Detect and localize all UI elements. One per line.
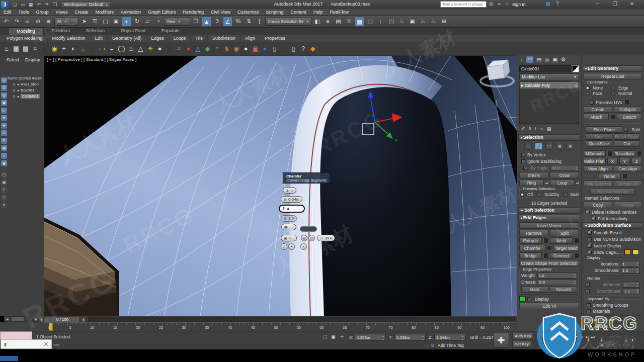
paste-button[interactable]: Paste (614, 202, 642, 208)
caddy-angle-field[interactable]: ⊟30.0 (317, 235, 335, 241)
notification-popup[interactable]: ▮ ◌ × (1, 339, 52, 349)
pin-stack-icon[interactable]: ✐ (521, 126, 525, 132)
hide-selected-button[interactable]: Hide Selected (584, 180, 612, 187)
select-and-link-icon[interactable]: ∞ (23, 17, 32, 27)
spinner-snap-icon[interactable]: ⇅ (244, 17, 254, 27)
remove-modifier-icon[interactable]: ⌗ (540, 126, 543, 132)
column-icon[interactable]: ▯ (271, 43, 278, 55)
menu-scripting[interactable]: Scripting (262, 9, 287, 15)
collapse-button[interactable]: Collapse (614, 106, 642, 113)
object-color-swatch[interactable] (572, 65, 579, 72)
tab-modeling[interactable]: Modeling (8, 28, 44, 35)
favorites-star-icon[interactable]: ☆ (505, 1, 509, 7)
next-frame-icon[interactable]: ▸ (81, 317, 87, 322)
separator[interactable]: | (281, 43, 288, 55)
caddy-open-toggle[interactable]: ▦ (281, 224, 296, 230)
use-nurms-checkbox[interactable]: Use NURMS Subdivision (588, 236, 640, 242)
motion-tab-icon[interactable]: ◎ (544, 56, 549, 63)
named-sets-icon[interactable]: { (255, 17, 264, 27)
modifier-list-dropdown[interactable]: Modifier List ▼ (519, 73, 579, 80)
cage-color-swatch[interactable] (624, 249, 631, 255)
create-tab-icon[interactable]: + (520, 57, 523, 63)
explorer-column-header[interactable]: Name (Sorted Ascen (8, 76, 42, 80)
render-iterations-checkbox[interactable] (586, 283, 590, 287)
cone-icon[interactable]: △ (137, 43, 144, 55)
ignore-backfacing-checkbox[interactable]: Ignore Backfacing (521, 158, 577, 164)
element-subobject-icon[interactable]: ❖ (567, 143, 574, 150)
select-and-scale-icon[interactable]: ▱ (143, 17, 152, 27)
pyramid-icon[interactable]: △ (195, 43, 202, 55)
teapot-icon[interactable]: ♨ (3, 43, 10, 55)
isolate-selection-icon[interactable]: ⬚ (323, 334, 328, 339)
make-unique-icon[interactable]: I (535, 126, 536, 132)
separator[interactable]: | (41, 43, 48, 55)
loop-spinner[interactable]: ▴▾ (576, 181, 579, 185)
shrink-button[interactable]: Shrink (519, 172, 548, 178)
polygon-subobject-icon[interactable]: ■ (556, 143, 564, 150)
show-cage-checkbox[interactable]: Show Cage...... (588, 249, 640, 255)
help-icon[interactable]: ? (556, 1, 559, 7)
planar-x-button[interactable]: X (607, 158, 618, 164)
relax-button[interactable]: Relax (599, 173, 621, 179)
scroll-thumb[interactable] (11, 316, 24, 322)
rollout-selection[interactable]: Selection (518, 134, 580, 141)
extrude-settings-button[interactable] (543, 238, 548, 243)
scroll-left-icon[interactable]: ◂ (5, 316, 10, 322)
list-tool-icon[interactable]: ▤ (1, 145, 7, 151)
constraint-face-radio[interactable] (586, 92, 590, 96)
chamfer-settings-button[interactable] (547, 245, 552, 251)
object-name-field[interactable]: Circle001 (519, 65, 571, 72)
coordinate-mode-icon[interactable]: ✛ (340, 334, 344, 339)
point-icon[interactable]: ● (185, 43, 192, 55)
split-checkbox[interactable] (624, 128, 628, 132)
track-bar[interactable] (88, 317, 515, 322)
isoline-display-checkbox[interactable]: Isoline Display (588, 243, 640, 248)
menu-create[interactable]: Create (71, 9, 92, 15)
minimize-button[interactable]: − (596, 1, 599, 7)
perspective-viewport[interactable]: y [ + ] [ Perspective ] [ Standard ] [ E… (44, 55, 517, 316)
menu-views[interactable]: Views (52, 9, 71, 15)
lattice-icon[interactable]: ⌗ (32, 43, 39, 55)
red-teapot-icon[interactable]: ♨ (79, 43, 87, 55)
slice-plane-button[interactable]: Slice Plane (586, 126, 622, 133)
ribbon-group-button[interactable]: Align (240, 35, 260, 42)
create-button[interactable]: Create (584, 106, 612, 113)
stack-item-editable-poly[interactable]: ▶ Editable Poly ◁ (520, 82, 579, 88)
tab-object-paint[interactable]: Object Paint (113, 28, 153, 35)
menu-animation[interactable]: Animation (117, 9, 144, 15)
render-production-icon[interactable]: ♨ (418, 17, 428, 27)
relax-settings-button[interactable] (622, 173, 627, 179)
lock-selection-icon[interactable]: ▣ (331, 334, 336, 339)
creature-icon[interactable]: ♞ (223, 43, 230, 55)
render-smoothness-field[interactable]: 1.0▴▾ (623, 288, 640, 294)
half-sphere-icon[interactable]: ◐ (70, 43, 77, 55)
select-by-name-icon[interactable]: ☰ (90, 17, 100, 27)
box-filter-icon[interactable]: ▢ (1, 172, 7, 178)
ribbon-group-button[interactable]: Tris (191, 35, 208, 42)
door-icon[interactable]: ▣ (252, 43, 259, 55)
undo-icon[interactable]: ↶ (2, 17, 11, 27)
menu-civil-view[interactable]: Civil View (207, 9, 234, 15)
target-weld-button[interactable]: Target Weld (553, 245, 580, 251)
menu-help[interactable]: Help (310, 9, 327, 15)
hard-button[interactable]: Hard (521, 286, 548, 293)
smooth-button[interactable]: Smooth (550, 286, 577, 293)
angle-snap-icon[interactable]: ∠ (223, 17, 232, 27)
sun-icon[interactable]: ☀ (147, 43, 154, 55)
workspace-dropdown[interactable]: Workspace: Default ▾ (61, 1, 110, 8)
smoothing-groups-checkbox[interactable]: Smoothing Groups (587, 302, 639, 308)
ribbon-group-button[interactable]: Edit (91, 35, 108, 42)
align-icon[interactable]: ≡ (323, 17, 333, 27)
redo-quick-icon[interactable]: ↷ (43, 2, 51, 7)
menu-edit[interactable]: Edit (0, 9, 15, 15)
unlink-selection-icon[interactable]: ⊘ (33, 17, 43, 27)
caddy-apply-button[interactable]: + (288, 243, 295, 250)
utilities-tab-icon[interactable]: ⚙ (560, 56, 566, 63)
by-angle-checkbox[interactable] (523, 166, 527, 170)
tessellate-button[interactable]: Tessellate (614, 150, 636, 157)
bridge-settings-button[interactable] (543, 253, 548, 258)
menu-group[interactable]: Group (33, 9, 52, 15)
snaps-toggle-icon[interactable]: 3 (212, 17, 222, 27)
view-align-button[interactable]: View Align (584, 165, 612, 172)
delete-isolated-checkbox[interactable]: Delete Isolated Vertices (586, 209, 640, 215)
